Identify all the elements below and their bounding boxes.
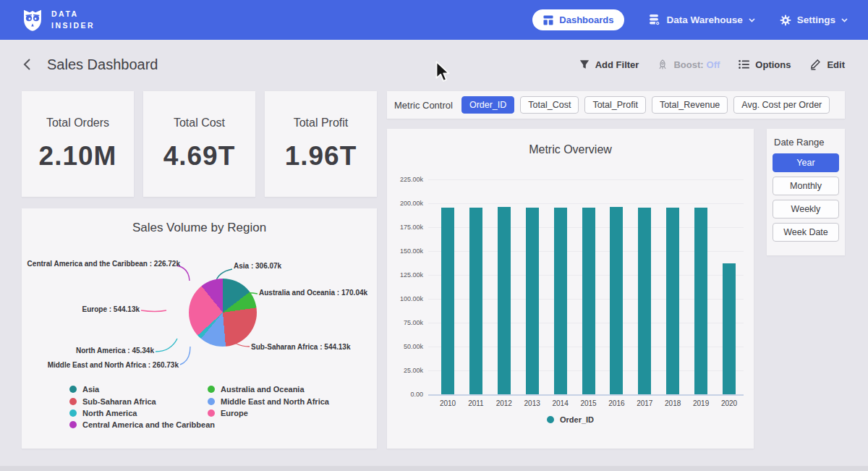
pie-legend-item-sub-saharan-africa[interactable]: Sub-Saharan Africa <box>69 397 156 406</box>
pie-chart[interactable] <box>189 279 257 347</box>
settings-label: Settings <box>797 14 835 25</box>
pie-label-middle-east: Middle East and North Africa : 260.73k <box>48 361 179 369</box>
x-axis-label: 2014 <box>546 399 575 407</box>
y-axis-tick: 175.00k <box>387 224 423 231</box>
y-axis-tick: 225.00k <box>387 176 423 183</box>
bar-2011[interactable] <box>469 208 482 394</box>
add-filter-button[interactable]: Add Filter <box>579 59 639 70</box>
bar-2014[interactable] <box>554 208 567 394</box>
gridline <box>428 394 744 396</box>
bar-legend-dot <box>547 416 554 423</box>
top-navbar: DATA INSIDER Dashboards Data Warehouse <box>0 0 868 40</box>
page-header: Sales Dashboard Add Filter Boost: Off <box>0 40 868 89</box>
bar-2019[interactable] <box>694 208 707 394</box>
gridline <box>428 179 744 180</box>
settings-menu[interactable]: Settings <box>780 14 848 26</box>
bar-2020[interactable] <box>723 263 736 394</box>
back-button[interactable] <box>23 58 31 71</box>
bar-chart-title: Metric Overview <box>387 143 754 156</box>
y-axis-tick: 100.00k <box>387 295 423 302</box>
metric-button-order-id[interactable]: Order_ID <box>461 96 514 114</box>
gear-icon <box>780 14 791 26</box>
bar-chart-card: Metric Overview Order_ID 225.00k200.00k1… <box>387 129 754 449</box>
x-axis-label: 2020 <box>715 399 744 407</box>
x-axis-label: 2017 <box>630 399 659 407</box>
x-axis-label: 2018 <box>658 399 687 407</box>
x-axis-label: 2010 <box>433 399 462 407</box>
metric-button-total-profit[interactable]: Total_Profit <box>584 96 646 114</box>
legend-label: North America <box>82 409 137 417</box>
pie-label-sub-saharan: Sub-Saharan Africa : 544.13k <box>251 343 350 351</box>
kpi-row: Total Orders 2.10M Total Cost 4.69T Tota… <box>22 91 377 197</box>
bar-legend-label: Order_ID <box>560 415 594 424</box>
bar-2010[interactable] <box>441 208 454 394</box>
data-warehouse-menu[interactable]: Data Warehouse <box>649 14 754 26</box>
filter-funnel-icon <box>579 59 590 69</box>
pie-legend-item-north-america[interactable]: North America <box>69 409 137 417</box>
brand-line-1: DATA <box>51 9 95 20</box>
date-range-button-monthly[interactable]: Monthly <box>773 177 839 195</box>
legend-dot <box>69 421 77 428</box>
y-axis-tick: 150.00k <box>387 247 423 255</box>
legend-dot <box>69 410 77 417</box>
metric-button-total-revenue[interactable]: Total_Revenue <box>652 96 728 114</box>
brand-logo[interactable]: DATA INSIDER <box>22 8 95 32</box>
metric-button-avg-cost-per-order[interactable]: Avg. Cost per Order <box>733 96 830 114</box>
x-axis-label: 2013 <box>518 399 547 407</box>
pie-legend-item-asia[interactable]: Asia <box>69 385 99 394</box>
legend-dot <box>208 398 215 405</box>
y-axis-tick: 50.00k <box>387 343 423 350</box>
footer-strip <box>0 466 868 471</box>
bar-2016[interactable] <box>610 207 623 394</box>
chevron-down-icon <box>749 18 755 22</box>
legend-label: Central America and the Caribbean <box>82 420 215 429</box>
data-warehouse-label: Data Warehouse <box>666 14 742 25</box>
boost-state: Off <box>707 59 720 70</box>
y-axis-tick: 125.00k <box>387 271 423 279</box>
boost-label: Boost: <box>673 59 703 70</box>
gridline <box>428 203 744 204</box>
date-range-button-year[interactable]: Year <box>773 153 839 172</box>
y-axis-tick: 25.00k <box>387 367 423 374</box>
legend-label: Middle East and North Africa <box>221 397 329 406</box>
metric-button-total-cost[interactable]: Total_Cost <box>520 96 579 114</box>
bar-2015[interactable] <box>582 208 595 394</box>
legend-label: Australia and Oceania <box>221 385 305 394</box>
kpi-value: 2.10M <box>39 141 117 171</box>
kpi-label: Total Cost <box>174 116 225 130</box>
pie-legend-item-central-america-and-the-caribbean[interactable]: Central America and the Caribbean <box>69 420 215 429</box>
legend-dot <box>208 410 215 417</box>
pie-legend-item-australia-and-oceania[interactable]: Australia and Oceania <box>208 385 305 394</box>
date-range-label: Date Range <box>774 137 839 148</box>
y-axis-tick: 75.00k <box>387 319 423 326</box>
kpi-value: 1.96T <box>285 141 357 171</box>
add-filter-label: Add Filter <box>595 59 639 70</box>
pie-label-central-america: Central America and the Caribbean : 226.… <box>27 260 180 268</box>
dashboards-button[interactable]: Dashboards <box>532 9 624 30</box>
options-label: Options <box>755 59 791 70</box>
brand-line-2: INSIDER <box>51 20 95 31</box>
kpi-label: Total Profit <box>294 116 349 130</box>
date-range-button-weekly[interactable]: Weekly <box>773 200 839 218</box>
dashboard-grid-icon <box>543 15 553 25</box>
x-axis-label: 2019 <box>686 399 715 407</box>
legend-dot <box>208 386 215 393</box>
date-range-button-week-date[interactable]: Week Date <box>773 223 839 242</box>
edit-button[interactable]: Edit <box>809 59 845 70</box>
database-icon <box>649 14 660 26</box>
list-options-icon <box>739 59 749 69</box>
bar-2017[interactable] <box>638 208 651 394</box>
chevron-down-icon <box>841 18 848 22</box>
bar-2012[interactable] <box>498 207 511 394</box>
chevron-left-icon <box>23 58 31 71</box>
pie-legend-item-europe[interactable]: Europe <box>208 409 248 417</box>
pie-legend-item-middle-east-and-north-africa[interactable]: Middle East and North Africa <box>208 397 329 406</box>
edit-label: Edit <box>827 59 845 70</box>
boost-toggle[interactable]: Boost: Off <box>658 59 720 70</box>
bar-2013[interactable] <box>526 208 539 394</box>
legend-dot <box>69 386 77 393</box>
options-button[interactable]: Options <box>739 59 791 70</box>
rocket-icon <box>658 59 668 70</box>
legend-label: Europe <box>221 409 248 417</box>
bar-2018[interactable] <box>666 208 679 394</box>
